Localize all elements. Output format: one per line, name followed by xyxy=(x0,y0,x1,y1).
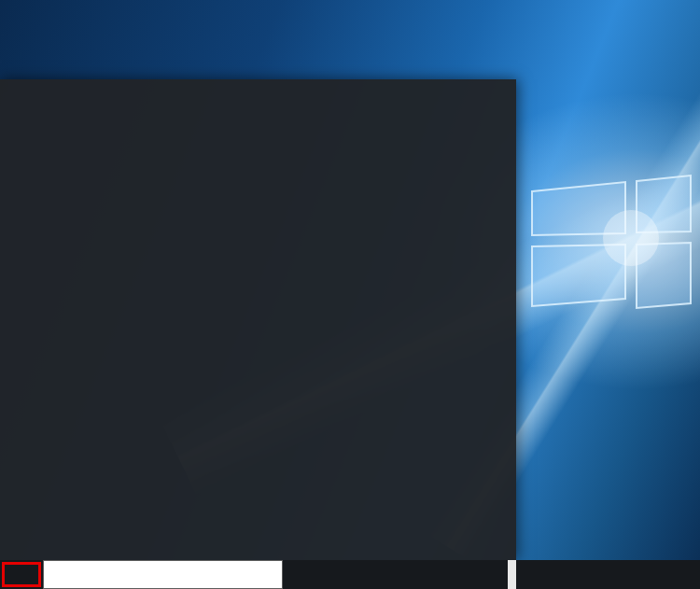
taskbar-search-box[interactable] xyxy=(43,560,283,589)
search-icon xyxy=(53,568,67,582)
start-button[interactable] xyxy=(0,560,43,589)
start-menu xyxy=(0,79,516,560)
wallpaper-windows-logo xyxy=(523,140,700,355)
scrollbar-up-button[interactable] xyxy=(508,560,516,589)
start-button-highlight-box xyxy=(2,562,41,587)
recycle-bin[interactable] xyxy=(15,6,58,23)
desktop xyxy=(0,0,700,589)
taskbar xyxy=(0,560,700,589)
start-menu-tiles xyxy=(0,79,516,560)
